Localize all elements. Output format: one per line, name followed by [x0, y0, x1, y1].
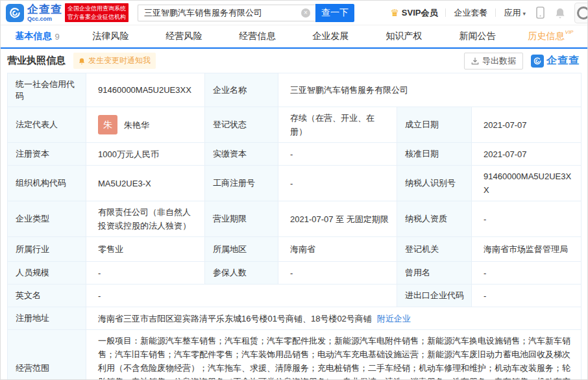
- business-license-table: 统一社会信用代码91460000MA5U2UE3XX企业名称三亚智鹏汽车销售服务…: [7, 73, 582, 380]
- field-value: -: [472, 201, 582, 237]
- field-label: 企业类型: [8, 201, 86, 237]
- table-row: 注册地址海南省三亚市吉阳区迎宾路清平乐东城16号楼01号商铺、18号楼02号商铺…: [8, 307, 582, 330]
- field-value: -: [86, 262, 205, 285]
- field-value-text: 2021-07-07: [484, 120, 527, 130]
- field-value-text: 海南省市场监督管理局: [484, 244, 568, 254]
- field-value: 朱朱艳华: [86, 107, 205, 143]
- field-label: 营业期限: [205, 201, 278, 237]
- watermark-brand-text: 企查查: [546, 54, 580, 68]
- field-value-text: -: [290, 179, 293, 188]
- apps-menu[interactable]: 应用▾: [504, 7, 526, 19]
- field-value-text: -: [290, 149, 293, 159]
- license-section-header: 营业执照信息 发生变更时通知我 导出数据 企查查: [1, 49, 587, 73]
- qcc-company-page: 企查查 Qcc.com 全国企业信用查询系统 官方备案企业征信机构 × 查一下 …: [0, 0, 588, 380]
- field-label: 曾用名: [397, 262, 472, 285]
- mobile-app-icon[interactable]: [536, 6, 545, 19]
- field-value: 2021-07-07: [472, 143, 582, 166]
- field-label: 登记机关: [397, 237, 472, 262]
- tab-basic-info[interactable]: 基本信息9: [1, 25, 74, 47]
- qcc-logo-icon[interactable]: [6, 4, 24, 22]
- tab-operation-risk[interactable]: 经营风险: [147, 25, 221, 47]
- user-avatar[interactable]: [574, 3, 588, 23]
- tab-legal-risk[interactable]: 法律风险: [74, 25, 147, 47]
- bell-icon: [79, 57, 85, 65]
- field-value-text: 1000万元人民币: [98, 149, 159, 159]
- field-label: 纳税人识别号: [397, 166, 472, 201]
- field-value-text: 存续（在营、开业、在册）: [290, 113, 374, 136]
- header-right-nav: ♛ SVIP会员 企业套餐 应用▾: [390, 1, 587, 25]
- field-label: 统一社会信用代码: [8, 73, 86, 107]
- tab-count-badge: 9: [55, 32, 59, 42]
- qcc-watermark: 企查查: [531, 54, 580, 68]
- field-value: -: [472, 285, 582, 307]
- export-button-label: 导出数据: [482, 55, 516, 67]
- field-value-text: -: [484, 268, 486, 278]
- field-value: MA5U2UE3-X: [86, 166, 205, 201]
- brand-text[interactable]: 企查查 Qcc.com: [27, 4, 62, 22]
- crown-icon: ♛: [390, 7, 398, 19]
- nearby-companies-link[interactable]: 附近企业: [377, 314, 411, 323]
- bell-icon[interactable]: [555, 7, 565, 19]
- field-value-text: 91460000MA5U2UE3XX: [98, 85, 191, 95]
- field-value-text: -: [98, 268, 101, 278]
- field-value: 2021-07-07 至 无固定期限: [278, 201, 397, 237]
- table-row: 组织机构代码MA5U2UE3-X工商注册号-纳税人识别号91460000MA5U…: [8, 166, 582, 201]
- tab-operation-info[interactable]: 经营信息: [221, 25, 294, 47]
- export-data-button[interactable]: 导出数据: [464, 53, 523, 70]
- field-value: 零售业: [86, 237, 205, 262]
- company-tab-bar: 基本信息9法律风险经营风险经营信息企业发展知识产权新闻公告历史信息VIP: [1, 25, 587, 49]
- field-value-text: 2021-07-07: [484, 149, 527, 159]
- field-value-text: -: [290, 268, 293, 278]
- search-input[interactable]: [138, 5, 315, 21]
- table-row: 人员规模-参保人数-曾用名-: [8, 262, 582, 285]
- field-label: 登记状态: [205, 107, 278, 143]
- legal-rep-name[interactable]: 朱艳华: [124, 120, 149, 130]
- section-title: 营业执照信息: [7, 55, 66, 67]
- field-value: 91460000MA5U2UE3XX: [472, 166, 582, 201]
- field-value-text: -: [484, 214, 486, 224]
- tab-intellectual-property[interactable]: 知识产权: [367, 25, 441, 47]
- field-value-text: 海南省三亚市吉阳区迎宾路清平乐东城16号楼01号商铺、18号楼02号商铺: [98, 314, 372, 323]
- chevron-down-icon: ▾: [522, 10, 526, 17]
- search-bar: × 查一下: [138, 4, 354, 22]
- notify-on-change-badge[interactable]: 发生变更时通知我: [73, 53, 156, 69]
- tab-company-development[interactable]: 企业发展: [294, 25, 367, 47]
- field-value: 有限责任公司（非自然人投资或控股的法人独资）: [86, 201, 205, 237]
- legal-rep-avatar[interactable]: 朱: [98, 115, 117, 134]
- field-label: 实缴资本: [205, 143, 278, 166]
- qcc-logo-icon: [531, 55, 544, 68]
- field-label: 法定代表人: [8, 107, 86, 143]
- field-label: 组织机构代码: [8, 166, 86, 201]
- field-value: 存续（在营、开业、在册）: [278, 107, 397, 143]
- company-package-link[interactable]: 企业套餐: [454, 7, 487, 19]
- field-value-text: 2021-07-07 至 无固定期限: [290, 214, 389, 224]
- table-row: 经营范围一般项目：新能源汽车整车销售；汽车租赁；汽车零配件批发；新能源汽车电附件…: [8, 330, 582, 380]
- brand-domain: Qcc.com: [27, 16, 62, 22]
- field-label: 人员规模: [8, 262, 86, 285]
- field-value-text: 91460000MA5U2UE3XX: [484, 171, 571, 195]
- table-row: 法定代表人朱朱艳华登记状态存续（在营、开业、在册）成立日期2021-07-07: [8, 107, 582, 143]
- tab-history-info[interactable]: 历史信息VIP: [514, 25, 587, 47]
- field-value: -: [278, 143, 397, 166]
- table-row: 注册资本1000万元人民币实缴资本-核准日期2021-07-07: [8, 143, 582, 166]
- tab-label: 经营风险: [166, 31, 202, 42]
- vip-tag: VIP: [565, 29, 574, 35]
- field-value-text: 零售业: [98, 244, 123, 254]
- field-value: 海南省: [278, 237, 397, 262]
- clear-search-icon[interactable]: ×: [301, 8, 310, 18]
- field-value: -: [472, 262, 582, 285]
- field-label: 经营范围: [8, 330, 86, 380]
- field-value: -: [86, 285, 397, 307]
- tab-label: 知识产权: [386, 31, 423, 42]
- field-value-text: 有限责任公司（非自然人投资或控股的法人独资）: [98, 207, 191, 231]
- field-label: 注册地址: [8, 307, 86, 330]
- search-button[interactable]: 查一下: [315, 4, 354, 22]
- tab-label: 新闻公告: [459, 31, 496, 42]
- field-value-text: 三亚智鹏汽车销售服务有限公司: [290, 85, 408, 95]
- field-label: 成立日期: [397, 107, 472, 143]
- svip-member-link[interactable]: SVIP会员: [402, 7, 438, 19]
- tab-news[interactable]: 新闻公告: [441, 25, 514, 47]
- tab-label: 历史信息: [528, 31, 565, 42]
- field-label: 工商注册号: [205, 166, 278, 201]
- field-label: 核准日期: [397, 143, 472, 166]
